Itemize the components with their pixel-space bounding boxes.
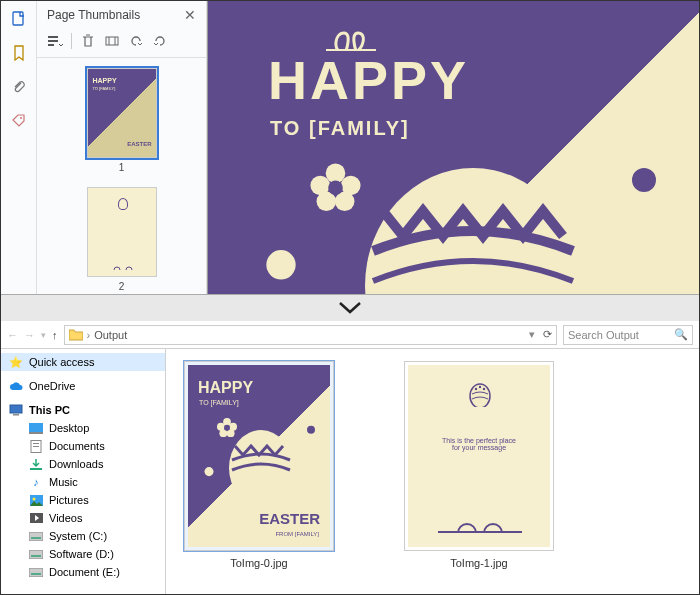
page-preview[interactable]: HAPPY TO [FAMILY] — [207, 1, 699, 320]
thumbnail-item[interactable]: 2 — [87, 187, 157, 292]
flower-icon — [599, 136, 689, 226]
tree-quick-access[interactable]: ⭐ Quick access — [1, 353, 165, 371]
svg-point-63 — [475, 388, 477, 390]
tree-onedrive[interactable]: OneDrive — [1, 377, 165, 395]
card-message: This is the perfect place for your messa… — [408, 437, 550, 451]
svg-point-50 — [306, 416, 317, 427]
svg-rect-4 — [48, 44, 54, 46]
videos-icon — [29, 511, 43, 525]
file-name: ToImg-0.jpg — [230, 557, 287, 569]
svg-point-64 — [483, 388, 485, 390]
desktop-icon — [29, 421, 43, 435]
card-from: FROM [FAMILY] — [275, 531, 319, 537]
card-to: TO [FAMILY] — [199, 399, 239, 406]
tree-drive-e[interactable]: Document (E:) — [1, 563, 165, 581]
tree-pictures[interactable]: Pictures — [1, 491, 165, 509]
dropdown-icon[interactable]: ▾ — [529, 328, 535, 341]
flower-icon — [308, 161, 363, 216]
cloud-icon — [9, 379, 23, 393]
thumbnail-1[interactable]: HAPPY TO [FAMILY] EASTER — [87, 68, 157, 158]
file-thumb-1[interactable]: This is the perfect place for your messa… — [404, 361, 554, 551]
svg-point-44 — [203, 457, 215, 469]
svg-rect-37 — [29, 532, 43, 541]
svg-point-25 — [328, 181, 343, 196]
thumbnail-label: 1 — [119, 162, 125, 173]
undo-icon[interactable] — [128, 33, 144, 49]
thumbnails-panel: Page Thumbnails ✕ HAPPY TO [FAMILY] EAST… — [37, 1, 207, 320]
delete-icon[interactable] — [80, 33, 96, 49]
address-path[interactable]: › Output ▾ ⟳ — [64, 325, 558, 345]
svg-point-1 — [20, 117, 22, 119]
file-list[interactable]: HAPPY TO [FAMILY] EASTER FROM [FAMILY] T… — [166, 349, 699, 595]
tree-this-pc[interactable]: This PC — [1, 401, 165, 419]
search-placeholder: Search Output — [568, 329, 674, 341]
svg-point-14 — [261, 216, 300, 255]
close-icon[interactable]: ✕ — [184, 7, 196, 23]
svg-point-35 — [32, 497, 35, 500]
svg-point-49 — [204, 467, 213, 476]
search-icon[interactable]: 🔍 — [674, 328, 688, 341]
drive-icon — [29, 529, 43, 543]
file-thumb-0[interactable]: HAPPY TO [FAMILY] EASTER FROM [FAMILY] — [184, 361, 334, 551]
toolbar-separator — [71, 33, 72, 49]
chevron-down-icon — [338, 301, 362, 315]
tree-downloads[interactable]: Downloads — [1, 455, 165, 473]
file-item[interactable]: HAPPY TO [FAMILY] EASTER FROM [FAMILY] T… — [184, 361, 334, 569]
svg-rect-39 — [29, 550, 43, 559]
tree-documents[interactable]: Documents — [1, 437, 165, 455]
svg-point-65 — [479, 386, 481, 388]
card-easter: EASTER — [259, 510, 320, 527]
attachment-icon[interactable] — [11, 79, 27, 95]
svg-rect-28 — [29, 423, 43, 432]
svg-rect-38 — [31, 537, 41, 539]
redo-icon[interactable] — [152, 33, 168, 49]
refresh-icon[interactable]: ⟳ — [543, 328, 552, 341]
file-item[interactable]: This is the perfect place for your messa… — [404, 361, 554, 569]
tree-music[interactable]: ♪Music — [1, 473, 165, 491]
thumbnail-label: 2 — [119, 281, 125, 292]
svg-point-19 — [266, 250, 295, 279]
forward-icon[interactable]: → — [24, 329, 35, 341]
search-box[interactable]: Search Output 🔍 — [563, 325, 693, 345]
tag-icon[interactable] — [11, 113, 27, 129]
explorer-body: ⭐ Quick access OneDrive This PC Desktop … — [1, 349, 699, 595]
splitter-chevron[interactable] — [1, 294, 699, 321]
svg-rect-29 — [29, 432, 43, 434]
preview-subline: TO [FAMILY] — [270, 117, 410, 140]
file-name: ToImg-1.jpg — [450, 557, 507, 569]
tree-drive-d[interactable]: Software (D:) — [1, 545, 165, 563]
svg-point-8 — [628, 140, 660, 172]
drive-icon — [29, 547, 43, 561]
tree-videos[interactable]: Videos — [1, 509, 165, 527]
thumbnails-header: Page Thumbnails ✕ — [37, 1, 206, 29]
thumbnail-item[interactable]: HAPPY TO [FAMILY] EASTER 1 — [87, 68, 157, 173]
thumbnails-toolbar — [37, 29, 206, 58]
thumbnail-2[interactable] — [87, 187, 157, 277]
back-icon[interactable]: ← — [7, 329, 18, 341]
tree-drive-c[interactable]: System (C:) — [1, 527, 165, 545]
thumbnails-list: HAPPY TO [FAMILY] EASTER 1 2 — [37, 58, 206, 320]
svg-point-13 — [632, 168, 656, 192]
insert-icon[interactable] — [104, 33, 120, 49]
nav-tree: ⭐ Quick access OneDrive This PC Desktop … — [1, 349, 166, 595]
svg-point-56 — [223, 418, 231, 426]
music-icon: ♪ — [29, 475, 43, 489]
tree-desktop[interactable]: Desktop — [1, 419, 165, 437]
downloads-icon — [29, 457, 43, 471]
path-segment[interactable]: Output — [94, 329, 127, 341]
svg-rect-42 — [31, 573, 41, 575]
svg-rect-32 — [33, 446, 39, 447]
svg-rect-31 — [33, 443, 39, 444]
pages-icon[interactable] — [11, 11, 27, 27]
svg-rect-27 — [13, 414, 19, 416]
options-icon[interactable] — [47, 33, 63, 49]
svg-rect-40 — [31, 555, 41, 557]
star-icon: ⭐ — [9, 355, 23, 369]
file-explorer: ← → ▾ ↑ › Output ▾ ⟳ Search Output 🔍 ⭐ Q… — [1, 321, 699, 595]
svg-rect-2 — [48, 36, 58, 38]
recent-icon[interactable]: ▾ — [41, 330, 46, 340]
bookmark-icon[interactable] — [11, 45, 27, 61]
folder-icon — [69, 329, 83, 341]
documents-icon — [29, 439, 43, 453]
up-icon[interactable]: ↑ — [52, 329, 58, 341]
